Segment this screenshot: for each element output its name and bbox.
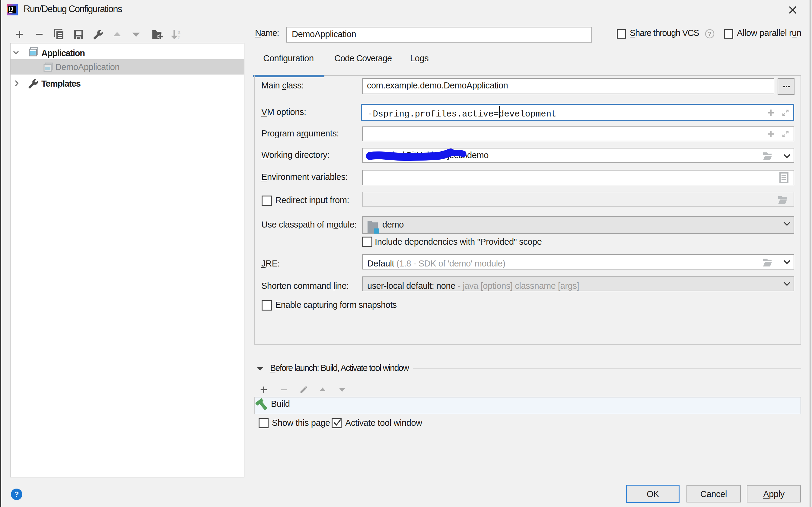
svg-text:z: z: [177, 35, 180, 41]
svg-text:?: ?: [14, 490, 19, 498]
svg-text:a: a: [177, 29, 180, 35]
svg-text:?: ?: [708, 31, 711, 37]
svg-text:IJ: IJ: [9, 7, 13, 12]
